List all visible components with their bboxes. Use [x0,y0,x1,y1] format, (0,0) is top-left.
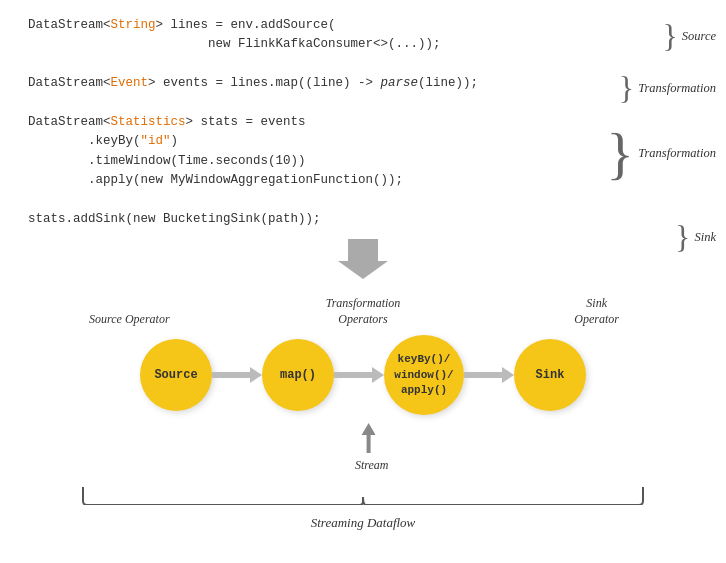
transform2-label: Transformation [638,146,716,161]
down-arrow-svg [338,239,388,279]
svg-marker-4 [362,423,376,453]
page: DataStream<String> lines = env.addSource… [0,0,726,563]
stream-area [362,423,376,453]
code-line-2: new FlinkKafkaConsumer<>(...)); [28,35,576,54]
svg-marker-1 [212,367,262,383]
sink-brace: } [675,221,690,253]
code-line-4: DataStream<Event> events = lines.map((li… [28,74,576,93]
annotation-transform2: } Transformation [606,126,716,181]
stream-label: Stream [355,458,389,472]
code-line-3 [28,55,576,74]
node-map: map() [262,339,334,411]
code-line-10 [28,190,576,209]
code-line-6: DataStream<Statistics> stats = events [28,113,576,132]
down-arrow [10,239,716,288]
annotation-transform1: } Transformation [619,72,716,104]
arrow-1 [212,367,262,383]
code-line-9: .apply(new MyWindowAggregationFunction()… [28,171,576,190]
stream-label-pos: Stream [355,455,389,473]
arrow-3 [464,367,514,383]
transform1-brace: } [619,72,634,104]
annotation-sink: } Sink [675,221,716,253]
node-sink: Sink [514,339,586,411]
svg-marker-2 [334,367,384,383]
code-line-5 [28,94,576,113]
code-line-7: .keyBy("id") [28,132,576,151]
source-brace: } [662,20,677,52]
code-block: DataStream<String> lines = env.addSource… [28,16,576,229]
node-source: Source [140,339,212,411]
code-line-1: DataStream<String> lines = env.addSource… [28,16,576,35]
diagram-section: Source Operator TransformationOperators … [10,296,716,531]
code-line-11: stats.addSink(new BucketingSink(path)); [28,210,576,229]
streaming-dataflow-label-wrap: Streaming Dataflow [20,513,706,531]
stream-up-arrow [362,423,376,453]
annotations: } Source } Transformation } Transformati… [576,16,716,229]
diagram-labels-row: Source Operator TransformationOperators … [20,296,706,327]
transform1-label: Transformation [638,81,716,96]
label-sink-operator: SinkOperator [552,296,642,327]
label-source-operator: Source Operator [84,312,174,328]
nodes-wrapper: Source map() [20,335,706,415]
code-line-8: .timeWindow(Time.seconds(10)) [28,152,576,171]
transform2-brace: } [606,126,634,181]
svg-marker-0 [338,239,388,279]
node-keyby: keyBy()/window()/apply() [384,335,464,415]
arrow-2 [334,367,384,383]
sink-label: Sink [694,230,716,245]
svg-marker-3 [464,367,514,383]
streaming-dataflow-label: Streaming Dataflow [311,515,416,530]
code-section: DataStream<String> lines = env.addSource… [10,16,716,229]
annotation-source: } Source [662,20,716,52]
label-transformation-operators: TransformationOperators [283,296,443,327]
diagram-nodes-row: Source map() [20,335,706,415]
bottom-brace-svg [73,483,653,505]
bottom-area: Streaming Dataflow [20,483,706,531]
source-label: Source [682,29,716,44]
stream-arrow-group [362,423,376,453]
